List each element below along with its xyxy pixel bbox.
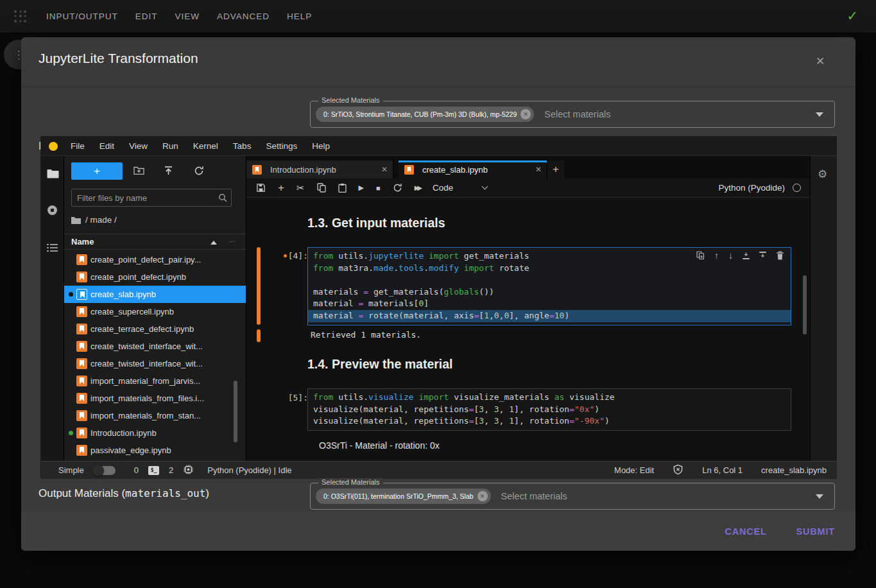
code-cell[interactable]: ↑ ↓ + + from utils.jupyterlite import ge… bbox=[307, 247, 791, 325]
close-icon[interactable]: ✕ bbox=[816, 55, 825, 68]
simple-mode-toggle[interactable] bbox=[94, 466, 116, 475]
material-chip[interactable]: 0: SrTiO3, Strontium Titanate, CUB (Pm-3… bbox=[316, 107, 534, 122]
paste-icon[interactable] bbox=[338, 183, 347, 193]
output-materials-select[interactable]: Selected Materials 0: O3SrTi(011), termi… bbox=[310, 483, 835, 510]
kernel-dot-placeholder bbox=[69, 396, 73, 401]
file-row[interactable]: passivate_edge.ipynb bbox=[64, 442, 246, 459]
insert-above-icon[interactable]: + bbox=[743, 252, 750, 259]
file-row[interactable]: Introduction.ipynb bbox=[64, 424, 246, 442]
menu-item[interactable]: VIEW bbox=[175, 12, 200, 21]
notebook-scrollbar[interactable] bbox=[803, 275, 807, 334]
delete-cell-icon[interactable] bbox=[776, 251, 784, 260]
cell-collapser[interactable] bbox=[257, 247, 261, 325]
menu-item[interactable]: Help bbox=[312, 141, 330, 151]
file-row[interactable]: create_slab.ipynb bbox=[64, 286, 246, 303]
terminal-icon[interactable]: $_ bbox=[148, 466, 159, 475]
kernel-indicator[interactable]: Python (Pyodide) bbox=[718, 183, 810, 193]
tab-introduction[interactable]: Introduction.ipynb ✕ bbox=[246, 160, 393, 178]
dropdown-arrow-icon[interactable] bbox=[816, 112, 823, 117]
file-row[interactable]: create_twisted_interface_wit... bbox=[64, 338, 246, 355]
statusbar-filename[interactable]: create_slab.ipynb bbox=[761, 465, 827, 475]
add-tab-button[interactable]: + bbox=[547, 160, 564, 178]
menu-item[interactable]: Settings bbox=[266, 141, 297, 151]
close-icon[interactable]: ✕ bbox=[381, 165, 388, 174]
menu-item[interactable]: View bbox=[129, 141, 148, 151]
insert-below-icon[interactable]: + bbox=[759, 252, 766, 259]
search-icon bbox=[218, 193, 227, 205]
menu-item[interactable]: EDIT bbox=[135, 12, 158, 21]
duplicate-cell-icon[interactable] bbox=[696, 251, 705, 260]
menu-item[interactable]: Kernel bbox=[193, 141, 218, 151]
file-row[interactable]: import_materials_from_files.i... bbox=[64, 390, 246, 407]
running-kernels-icon[interactable] bbox=[47, 205, 58, 218]
cut-icon[interactable]: ✂ bbox=[296, 182, 305, 194]
submit-button[interactable]: SUBMIT bbox=[796, 526, 835, 537]
file-browser-icon[interactable] bbox=[47, 169, 59, 181]
restart-kernel-icon[interactable] bbox=[393, 183, 402, 193]
file-browser-scrollbar[interactable] bbox=[234, 381, 237, 442]
fast-forward-icon[interactable]: ▶▶ bbox=[415, 184, 420, 191]
file-list-header[interactable]: Name ... bbox=[64, 234, 246, 250]
file-row[interactable]: import_material_from_jarvis... bbox=[64, 372, 246, 390]
trust-shield-icon[interactable] bbox=[673, 464, 683, 477]
screen: INPUT/OUTPUTEDITVIEWADVANCEDHELP ✓ ⋮ Jup… bbox=[0, 0, 876, 588]
file-row[interactable]: create_point_defect_pair.ipy... bbox=[64, 251, 246, 268]
gear-icon[interactable]: ⚙ bbox=[818, 168, 827, 181]
table-of-contents-icon[interactable] bbox=[47, 243, 58, 255]
notebook-file-icon bbox=[76, 324, 87, 334]
filter-files-input[interactable] bbox=[71, 189, 232, 207]
dialog-actions: CANCEL SUBMIT bbox=[21, 512, 855, 551]
menu-item[interactable]: INPUT/OUTPUT bbox=[46, 12, 118, 21]
close-icon[interactable]: ✕ bbox=[535, 165, 542, 174]
kernel-dot-placeholder bbox=[69, 379, 73, 383]
menu-item[interactable]: File bbox=[71, 141, 85, 151]
output-collapser[interactable] bbox=[257, 329, 261, 342]
menu-item[interactable]: Run bbox=[162, 141, 178, 151]
refresh-icon[interactable] bbox=[194, 166, 204, 178]
input-materials-select[interactable]: Selected Materials 0: SrTiO3, Strontium … bbox=[310, 101, 835, 128]
menu-item[interactable]: Edit bbox=[99, 141, 114, 151]
cpu-chip-icon[interactable] bbox=[183, 464, 194, 477]
new-launcher-button[interactable]: + bbox=[71, 162, 123, 180]
save-icon[interactable] bbox=[256, 183, 266, 193]
menu-item[interactable]: Tabs bbox=[233, 141, 252, 151]
file-name: create_terrace_defect.ipynb bbox=[90, 324, 194, 334]
file-name: create_point_defect_pair.ipy... bbox=[90, 255, 202, 264]
mode-indicator[interactable]: Mode: Edit bbox=[614, 465, 654, 475]
notebook-file-icon bbox=[76, 358, 87, 369]
move-up-icon[interactable]: ↑ bbox=[714, 251, 719, 260]
menu-item[interactable]: ADVANCED bbox=[217, 12, 270, 21]
cell-output: O3SrTi - Material - rotation: 0x bbox=[319, 440, 440, 451]
kernel-status-text[interactable]: Python (Pyodide) | Idle bbox=[207, 465, 291, 475]
file-row[interactable]: create_point_defect.ipynb bbox=[64, 268, 246, 286]
dropdown-arrow-icon[interactable] bbox=[816, 494, 823, 499]
jupyterlite-logo-icon bbox=[49, 142, 58, 151]
cancel-button[interactable]: CANCEL bbox=[725, 526, 766, 537]
menu-item[interactable]: HELP bbox=[287, 12, 312, 21]
move-down-icon[interactable]: ↓ bbox=[728, 251, 733, 260]
tab-create-slab[interactable]: create_slab.ipynb ✕ bbox=[399, 160, 547, 178]
copy-icon[interactable] bbox=[317, 183, 326, 193]
chip-remove-icon[interactable]: ✕ bbox=[477, 491, 488, 501]
upload-icon[interactable] bbox=[164, 166, 173, 178]
breadcrumb[interactable]: / made / bbox=[71, 215, 117, 225]
file-row[interactable]: create_supercell.ipynb bbox=[64, 303, 246, 320]
file-row[interactable]: import_materials_from_stan... bbox=[64, 407, 246, 424]
stop-icon[interactable]: ■ bbox=[376, 184, 381, 192]
notebook-file-icon bbox=[76, 376, 87, 386]
material-chip[interactable]: 0: O3SrTi(011), termination SrTiO_Pmmm_3… bbox=[316, 489, 491, 504]
file-row[interactable]: create_terrace_defect.ipynb bbox=[64, 320, 246, 338]
notebook-file-icon bbox=[76, 341, 87, 352]
status-bar: Simple 0 $_ 2 Python (Pyodide) | Idle Mo… bbox=[41, 461, 837, 479]
run-icon[interactable]: ▶ bbox=[359, 184, 364, 192]
code-line: material = materials[0] bbox=[308, 298, 791, 310]
chip-remove-icon[interactable]: ✕ bbox=[520, 109, 531, 119]
cell-type-dropdown[interactable]: Code bbox=[433, 183, 487, 193]
cursor-position[interactable]: Ln 6, Col 1 bbox=[702, 465, 743, 475]
new-folder-icon[interactable] bbox=[133, 166, 144, 177]
add-cell-icon[interactable]: + bbox=[278, 182, 284, 195]
code-cell[interactable]: from utils.visualize import visualize_ma… bbox=[307, 388, 791, 431]
file-row[interactable]: create_twisted_interface_wit... bbox=[64, 355, 246, 372]
code-line: from mat3ra.made.tools.modify import rot… bbox=[308, 263, 791, 275]
activity-bar bbox=[41, 156, 64, 461]
